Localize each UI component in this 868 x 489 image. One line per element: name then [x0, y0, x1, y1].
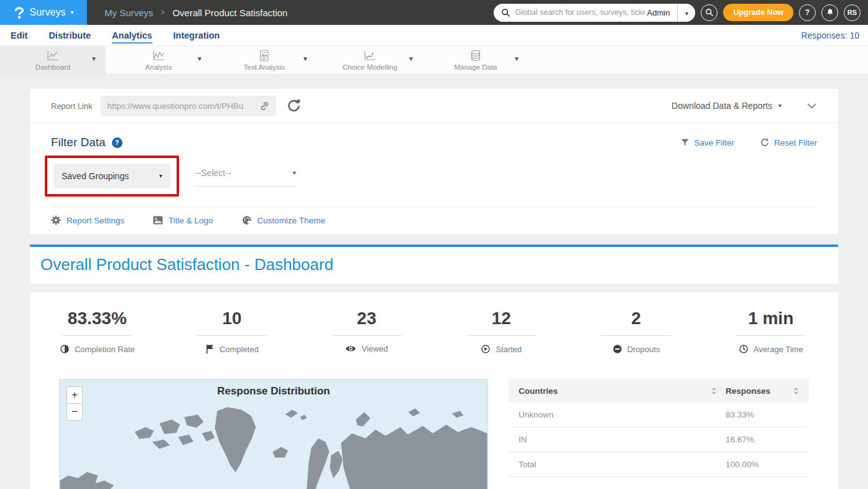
search-button[interactable] [701, 4, 718, 21]
countries-column-header: Countries [519, 386, 558, 396]
annotation-highlight-box: Saved Groupings ▾ [45, 156, 179, 197]
map-title: Response Distribution [60, 385, 487, 398]
toolbar-item-manage-data[interactable]: Manage Data ▼ [423, 46, 529, 75]
page-title: Overall Product Satisfaction - Dashboard [40, 255, 828, 274]
minus-circle-icon [612, 344, 622, 354]
stat-viewed: 23 Viewed [299, 309, 434, 354]
chevron-down-icon[interactable]: ▼ [408, 55, 414, 62]
collapse-section-icon[interactable] [806, 103, 817, 109]
saved-groupings-dropdown[interactable]: Saved Groupings ▾ [53, 164, 170, 189]
country-cell: Unknown [519, 410, 726, 419]
database-icon [469, 50, 482, 62]
chevron-down-icon[interactable]: ▼ [91, 55, 97, 62]
filter-actions: Save Filter Reset Filter [681, 138, 817, 147]
questionpro-analytics-page: Surveys ▾ My Surveys > Overall Product S… [0, 0, 868, 489]
breadcrumb-current-survey: Overall Product Satisfaction [172, 7, 287, 18]
toolbar-item-choice-modelling[interactable]: Choice Modelling ▼ [317, 46, 423, 75]
customize-theme-link[interactable]: Customize Theme [242, 215, 325, 225]
dashboard-bottom-row: Response Distribution + − [30, 379, 838, 489]
link-icon[interactable] [259, 101, 270, 111]
country-cell: IN [519, 435, 726, 444]
dashboard-chart-icon [46, 50, 60, 62]
reset-icon [760, 138, 769, 147]
chevron-down-icon[interactable]: ▼ [196, 55, 203, 62]
notifications-button[interactable] [821, 4, 838, 21]
filter-select-dropdown[interactable]: --Select-- ▾ [195, 168, 296, 187]
report-link-label: Report Link [51, 101, 92, 111]
search-scope-label: Admin [645, 8, 678, 17]
global-search: Admin ▾ [494, 4, 696, 22]
survey-nav-tabs: Edit Distribute Analytics Integration Re… [0, 25, 868, 46]
chevron-down-icon: ▾ [778, 103, 782, 109]
responses-cell: 100.00% [726, 460, 799, 469]
toolbar-item-text-analysis[interactable]: Text Analysis ▼ [211, 46, 317, 75]
filter-data-title: Filter Data [51, 136, 106, 149]
toolbar-item-analysis[interactable]: Analysis ▼ [106, 46, 211, 75]
flag-icon [205, 344, 215, 354]
survey-stats-row: 83.33% Completion Rate 10 [30, 309, 838, 354]
responses-cell: 16.67% [726, 435, 799, 444]
report-link-field [101, 96, 276, 116]
responses-column-header: Responses [726, 386, 770, 396]
table-row: Unknown 83.33% [509, 403, 809, 427]
tab-edit[interactable]: Edit [0, 30, 38, 40]
dashboard-content-card: 83.33% Completion Rate 10 [30, 292, 838, 489]
help-button[interactable]: ? [799, 4, 816, 21]
breadcrumb-separator: > [160, 8, 165, 17]
filter-data-header: Filter Data ? Save Filter Reset Filter [30, 123, 838, 149]
table-row: IN 16.67% [509, 427, 809, 452]
tab-distribute[interactable]: Distribute [38, 30, 101, 40]
topbar: Surveys ▾ My Surveys > Overall Product S… [0, 0, 868, 25]
breadcrumb: My Surveys > Overall Product Satisfactio… [87, 7, 287, 18]
choice-modelling-icon [363, 50, 377, 62]
completion-rate-icon [60, 344, 70, 354]
dashboard-title-card: Overall Product Satisfaction - Dashboard [30, 244, 838, 284]
responses-cell: 83.33% [726, 410, 799, 419]
product-switcher[interactable]: Surveys ▾ [0, 0, 87, 25]
chevron-down-icon[interactable]: ▼ [302, 55, 308, 62]
map-zoom-in-button[interactable]: + [67, 386, 83, 404]
gear-icon [51, 215, 61, 225]
title-logo-link[interactable]: Title & Logo [153, 216, 213, 225]
table-row: Total 100.00% [509, 452, 809, 477]
clock-icon [739, 344, 749, 354]
report-link-input[interactable] [107, 101, 259, 111]
responses-count: Responses: 10 [801, 30, 868, 40]
tab-integration[interactable]: Integration [163, 30, 231, 40]
chevron-down-icon: ▾ [70, 9, 73, 16]
upgrade-now-button[interactable]: Upgrade Now [723, 4, 793, 21]
search-scope-dropdown[interactable]: ▾ [678, 7, 695, 18]
analytics-toolbar: Dashboard ▼ Analysis ▼ Text Analysis ▼ C… [0, 46, 868, 75]
response-distribution-map: Response Distribution + − [59, 379, 488, 489]
questionpro-logo-icon [14, 6, 25, 19]
breadcrumb-my-surveys[interactable]: My Surveys [104, 7, 153, 18]
toolbar-item-dashboard[interactable]: Dashboard ▼ [0, 46, 106, 75]
report-settings-link[interactable]: Report Settings [51, 215, 124, 225]
countries-table: Countries Responses [509, 379, 809, 489]
save-filter-button[interactable]: Save Filter [681, 138, 734, 147]
search-icon [705, 8, 714, 17]
bell-icon [826, 8, 834, 17]
country-cell: Total [519, 460, 726, 469]
reset-filter-button[interactable]: Reset Filter [760, 138, 817, 147]
chevron-down-icon: ▾ [159, 173, 162, 179]
search-icon [501, 8, 510, 17]
open-report-icon[interactable] [287, 99, 301, 113]
chevron-down-icon[interactable]: ▼ [514, 55, 520, 62]
image-icon [153, 216, 163, 225]
sort-icon[interactable] [793, 387, 799, 395]
report-link-row: Report Link Download Data & Reports ▾ [30, 89, 838, 123]
report-config-links: Report Settings Title & Logo Customize T… [30, 207, 838, 234]
stat-completion-rate: 83.33% Completion Rate [30, 309, 165, 354]
tab-analytics[interactable]: Analytics [101, 30, 162, 40]
filter-controls-row: Saved Groupings ▾ --Select-- ▾ [30, 149, 838, 197]
download-data-reports-dropdown[interactable]: Download Data & Reports ▾ [672, 101, 782, 111]
product-label: Surveys [30, 7, 66, 18]
filter-help-icon[interactable]: ? [112, 137, 122, 148]
eye-icon [345, 345, 356, 353]
search-input[interactable] [515, 8, 645, 17]
sort-icon[interactable] [711, 387, 717, 395]
countries-table-header: Countries Responses [509, 379, 809, 403]
avatar[interactable]: RS [844, 4, 861, 21]
world-map-graphic[interactable] [60, 406, 487, 489]
